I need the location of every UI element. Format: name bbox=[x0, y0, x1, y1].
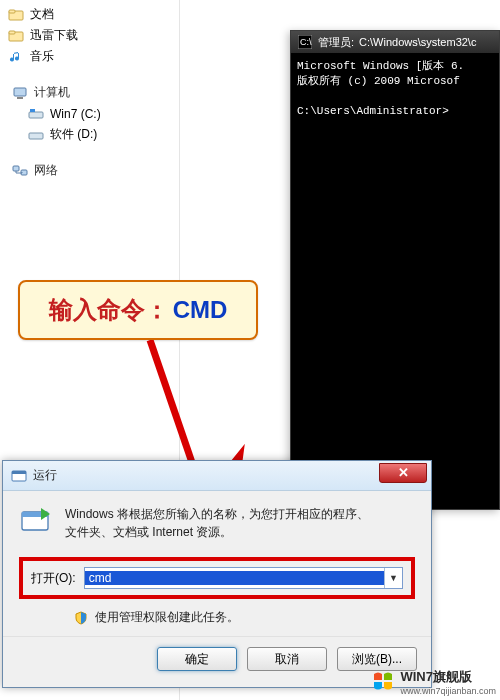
cmd-window: C:\ 管理员: C:\Windows\system32\c Microsoft… bbox=[290, 30, 500, 510]
svg-rect-1 bbox=[9, 10, 15, 13]
run-title-text: 运行 bbox=[33, 467, 57, 484]
nav-item-label: Win7 (C:) bbox=[50, 107, 101, 121]
nav-group-label: 计算机 bbox=[34, 84, 70, 101]
computer-icon bbox=[12, 85, 28, 101]
folder-icon bbox=[8, 7, 24, 23]
run-titlebar[interactable]: 运行 ✕ bbox=[3, 461, 431, 491]
nav-group-network[interactable]: 网络 bbox=[8, 159, 179, 182]
network-icon bbox=[12, 163, 28, 179]
nav-item-xunlei[interactable]: 迅雷下载 bbox=[8, 25, 179, 46]
svg-rect-8 bbox=[29, 133, 43, 139]
chevron-down-icon: ▼ bbox=[389, 573, 398, 583]
cmd-title-path: C:\Windows\system32\c bbox=[359, 36, 476, 48]
svg-rect-9 bbox=[13, 166, 19, 171]
svg-rect-3 bbox=[9, 31, 15, 34]
watermark-url: www.win7qijianban.com bbox=[400, 686, 496, 696]
open-input[interactable] bbox=[85, 571, 384, 585]
open-combobox[interactable]: ▼ bbox=[84, 567, 403, 589]
watermark-text: WIN7旗舰版 bbox=[400, 668, 496, 686]
drive-icon bbox=[28, 127, 44, 143]
open-label: 打开(O): bbox=[31, 570, 76, 587]
music-icon bbox=[8, 49, 24, 65]
nav-item-drive-c[interactable]: Win7 (C:) bbox=[28, 104, 179, 124]
svg-rect-7 bbox=[30, 109, 35, 112]
drive-icon bbox=[28, 106, 44, 122]
nav-item-label: 迅雷下载 bbox=[30, 27, 78, 44]
watermark: WIN7旗舰版 www.win7qijianban.com bbox=[372, 668, 496, 696]
nav-item-drive-d[interactable]: 软件 (D:) bbox=[28, 124, 179, 145]
nav-item-documents[interactable]: 文档 bbox=[8, 4, 179, 25]
svg-rect-6 bbox=[29, 112, 43, 118]
cmd-output[interactable]: Microsoft Windows [版本 6. 版权所有 (c) 2009 M… bbox=[291, 53, 499, 124]
dialog-button-row: 确定 取消 浏览(B)... bbox=[3, 636, 431, 687]
nav-group-label: 网络 bbox=[34, 162, 58, 179]
close-icon: ✕ bbox=[398, 465, 409, 480]
nav-item-label: 音乐 bbox=[30, 48, 54, 65]
nav-group-computer[interactable]: 计算机 bbox=[8, 81, 179, 104]
callout-text-1: 输入命令： bbox=[49, 294, 169, 326]
shield-icon bbox=[73, 610, 89, 626]
svg-text:C:\: C:\ bbox=[300, 37, 312, 47]
close-button[interactable]: ✕ bbox=[379, 463, 427, 483]
cmd-title-prefix: 管理员: bbox=[318, 35, 354, 50]
dropdown-button[interactable]: ▼ bbox=[384, 568, 402, 588]
nav-item-music[interactable]: 音乐 bbox=[8, 46, 179, 67]
open-field-highlight: 打开(O): ▼ bbox=[19, 557, 415, 599]
folder-icon bbox=[8, 28, 24, 44]
cancel-button[interactable]: 取消 bbox=[247, 647, 327, 671]
svg-rect-5 bbox=[17, 97, 23, 99]
run-window-icon bbox=[11, 468, 27, 484]
callout-text-2: CMD bbox=[173, 296, 228, 324]
run-description: Windows 将根据您所输入的名称，为您打开相应的程序、 文件夹、文档或 In… bbox=[65, 505, 369, 541]
run-app-icon bbox=[19, 505, 53, 539]
run-dialog: 运行 ✕ Windows 将根据您所输入的名称，为您打开相应的程序、 文件夹、文… bbox=[2, 460, 432, 688]
windows-logo-icon bbox=[372, 670, 394, 695]
cmd-titlebar[interactable]: C:\ 管理员: C:\Windows\system32\c bbox=[291, 31, 499, 53]
nav-item-label: 文档 bbox=[30, 6, 54, 23]
cmd-icon: C:\ bbox=[297, 34, 313, 50]
svg-rect-4 bbox=[14, 88, 26, 96]
ok-button[interactable]: 确定 bbox=[157, 647, 237, 671]
nav-item-label: 软件 (D:) bbox=[50, 126, 97, 143]
admin-note: 使用管理权限创建此任务。 bbox=[95, 609, 239, 626]
svg-rect-15 bbox=[12, 471, 26, 474]
annotation-callout: 输入命令： CMD bbox=[18, 280, 258, 340]
